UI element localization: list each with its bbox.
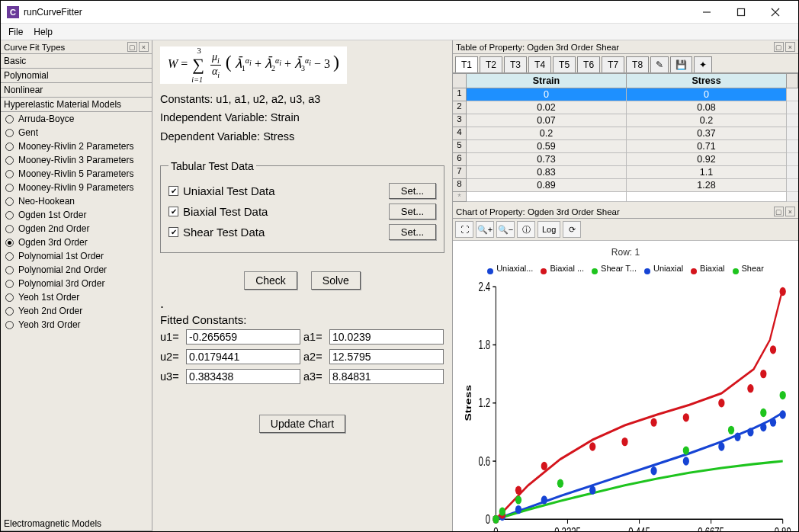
window-title: runCurveFitter <box>24 7 689 18</box>
section-basic[interactable]: Basic <box>1 54 152 69</box>
table-tab[interactable]: T1 <box>455 56 478 72</box>
ttd-checkbox[interactable]: ✔Shear Test Data <box>168 226 378 239</box>
save-icon[interactable]: 💾 <box>670 56 692 72</box>
curve-type-option[interactable]: Gent <box>1 126 152 139</box>
curve-type-option[interactable]: Yeoh 3rd Order <box>1 318 152 332</box>
table-tab[interactable]: T5 <box>553 56 576 72</box>
curve-type-option[interactable]: Neo-Hookean <box>1 194 152 208</box>
table-tab[interactable]: T6 <box>577 56 600 72</box>
curve-type-option[interactable]: Mooney-Rivlin 9 Parameters <box>1 181 152 194</box>
section-hyperelastic[interactable]: Hyperelastic Material Models <box>1 98 152 112</box>
curve-type-option[interactable]: Yeoh 1st Order <box>1 290 152 304</box>
zoom-out-icon[interactable]: 🔍− <box>496 221 515 238</box>
svg-point-46 <box>621 437 627 446</box>
undock-icon[interactable]: ▢ <box>774 42 784 52</box>
set-button[interactable]: Set... <box>389 204 436 220</box>
radio-icon <box>5 115 14 123</box>
u1-field[interactable] <box>186 329 300 345</box>
curve-type-option[interactable]: Yeoh 2nd Order <box>1 304 152 318</box>
curve-type-option[interactable]: Ogden 3rd Order <box>1 236 152 249</box>
panel-close-icon[interactable]: × <box>785 42 795 52</box>
update-chart-button[interactable]: Update Chart <box>259 415 345 433</box>
table-header: Table of Property: Ogden 3rd Order Shear… <box>453 40 798 54</box>
indep-label: Independent Variable: Strain <box>160 108 444 127</box>
section-electromagnetic[interactable]: Electromagnetic Models <box>1 517 152 531</box>
center-panel: W = 3 ∑ i=1 μiαi ( λ̄1αi + λ̄2αi + λ̄3αi… <box>152 40 453 531</box>
col-stress[interactable]: Stress <box>627 74 787 88</box>
svg-point-45 <box>589 442 595 450</box>
table-row[interactable]: 50.590.71 <box>453 140 798 153</box>
chart-area[interactable]: Row: 1 Uniaxial...Biaxial ...Shear T...U… <box>453 241 798 531</box>
table-row[interactable]: 70.831.1 <box>453 166 798 179</box>
curve-type-option[interactable]: Ogden 1st Order <box>1 208 152 222</box>
section-polynomial[interactable]: Polynomial <box>1 69 152 83</box>
table-tab[interactable]: T3 <box>504 56 527 72</box>
refresh-icon[interactable]: ⟳ <box>563 221 581 238</box>
maximize-button[interactable] <box>724 2 758 23</box>
legend-marker-icon <box>592 268 598 274</box>
a3-field[interactable] <box>329 369 444 384</box>
svg-text:1.2: 1.2 <box>478 397 490 410</box>
solve-button[interactable]: Solve <box>311 271 361 290</box>
u2-field[interactable] <box>186 349 300 364</box>
set-button[interactable]: Set... <box>389 224 436 240</box>
table-row[interactable]: 40.20.37 <box>453 127 798 140</box>
table-tab[interactable]: T4 <box>528 56 551 72</box>
formula-display: W = 3 ∑ i=1 μiαi ( λ̄1αi + λ̄2αi + λ̄3αi… <box>160 46 347 84</box>
curve-type-option[interactable]: Ogden 2nd Order <box>1 222 152 236</box>
undock-icon[interactable]: ▢ <box>774 207 784 216</box>
check-button[interactable]: Check <box>244 271 297 290</box>
curve-type-option[interactable]: Polynomial 2nd Order <box>1 263 152 277</box>
svg-point-52 <box>770 345 776 354</box>
data-grid[interactable]: Strain Stress 10020.020.0830.070.240.20.… <box>453 73 798 202</box>
table-tab[interactable]: T7 <box>602 56 624 72</box>
set-button[interactable]: Set... <box>389 183 436 199</box>
table-row[interactable]: 80.891.28 <box>453 179 798 192</box>
undock-icon[interactable]: ▢ <box>127 42 137 52</box>
svg-point-47 <box>650 418 656 427</box>
curve-type-option[interactable]: Polynomial 1st Order <box>1 249 152 263</box>
table-tab[interactable]: T2 <box>480 56 502 72</box>
log-scale-button[interactable]: Log <box>537 221 560 238</box>
table-row[interactable]: 100 <box>453 88 798 101</box>
a2-field[interactable] <box>329 349 444 364</box>
minimize-button[interactable] <box>689 2 724 23</box>
table-row[interactable]: 20.020.08 <box>453 101 798 114</box>
ttd-checkbox[interactable]: ✔Uniaxial Test Data <box>168 184 378 197</box>
radio-icon <box>5 252 14 261</box>
curve-type-option[interactable]: Mooney-Rivlin 3 Parameters <box>1 153 152 167</box>
curve-type-option[interactable]: Mooney-Rivlin 5 Parameters <box>1 167 152 181</box>
curve-type-option[interactable]: Polynomial 3rd Order <box>1 277 152 290</box>
radio-icon <box>5 129 14 137</box>
table-row[interactable]: 60.730.92 <box>453 153 798 166</box>
zoom-in-icon[interactable]: 🔍+ <box>476 221 494 238</box>
radio-icon <box>5 170 14 178</box>
radio-icon <box>5 143 14 151</box>
table-tab[interactable]: T8 <box>626 56 649 72</box>
chart-icon[interactable]: ✦ <box>694 56 712 72</box>
radio-icon <box>5 156 14 165</box>
a1-field[interactable] <box>329 329 444 345</box>
curve-type-option[interactable]: Arruda-Boyce <box>1 112 152 126</box>
ttd-checkbox[interactable]: ✔Biaxial Test Data <box>168 205 378 218</box>
sidebar-header: Curve Fit Types ▢ × <box>1 40 152 54</box>
radio-icon <box>5 321 14 329</box>
curve-type-option[interactable]: Mooney-Rivlin 2 Parameters <box>1 139 152 153</box>
panel-close-icon[interactable]: × <box>139 42 149 52</box>
sidebar: Curve Fit Types ▢ × Basic Polynomial Non… <box>1 40 152 531</box>
table-tabs: T1T2T3T4T5T6T7T8✎💾✦ <box>453 54 798 73</box>
constants-label: Constants: u1, a1, u2, a2, u3, a3 <box>160 90 444 109</box>
right-column: Table of Property: Ogden 3rd Order Shear… <box>453 40 798 531</box>
u3-field[interactable] <box>186 369 300 384</box>
edit-icon[interactable]: ✎ <box>650 56 669 72</box>
section-nonlinear[interactable]: Nonlinear <box>1 83 152 98</box>
menu-help[interactable]: Help <box>29 25 57 39</box>
zoom-extents-icon[interactable]: ⛶ <box>455 221 473 238</box>
table-row[interactable]: 30.070.2 <box>453 114 798 127</box>
legend-marker-icon <box>733 268 739 274</box>
panel-close-icon[interactable]: × <box>785 207 795 216</box>
menu-file[interactable]: File <box>4 25 27 39</box>
col-strain[interactable]: Strain <box>467 74 627 88</box>
info-icon[interactable]: ⓘ <box>517 221 535 238</box>
close-button[interactable] <box>758 2 792 23</box>
